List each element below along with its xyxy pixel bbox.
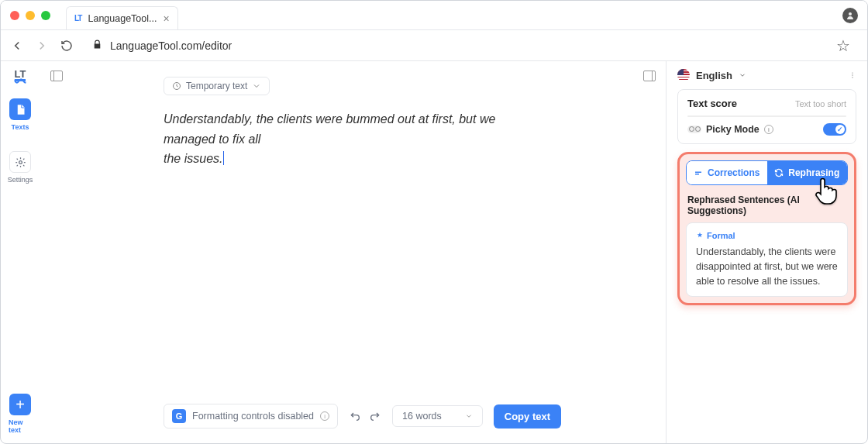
window-controls (10, 11, 50, 20)
app-logo[interactable]: LT (15, 69, 26, 81)
picky-mode-icon (687, 126, 701, 133)
toggle-left-panel-icon[interactable] (50, 71, 63, 81)
panel-tab-switch: Corrections Rephrasing (686, 160, 848, 185)
right-panel: English Text score Text too short Picky … (666, 61, 867, 444)
copy-text-button[interactable]: Copy text (494, 404, 561, 429)
editor-bottom-bar: G Formatting controls disabled i 16 word… (164, 398, 635, 444)
editor-line: the issues. (164, 152, 222, 165)
forward-button[interactable] (35, 39, 49, 53)
language-selector[interactable]: English (677, 69, 856, 81)
suggestion-card[interactable]: Formal Understandably, the clients were … (686, 222, 848, 297)
picky-mode-label: Picky Mode (706, 124, 760, 135)
profile-avatar[interactable] (842, 8, 858, 23)
score-note: Text too short (795, 99, 846, 108)
svg-point-1 (19, 160, 22, 163)
editor-textarea[interactable]: Understandably, the clients were bummed … (164, 109, 536, 169)
tab-corrections[interactable]: Corrections (687, 161, 767, 184)
word-count: 16 words (402, 411, 442, 422)
info-icon: i (320, 411, 329, 421)
grammarly-badge-icon: G (172, 409, 186, 423)
maximize-window-button[interactable] (41, 11, 50, 20)
svg-rect-6 (695, 172, 701, 174)
browser-tab[interactable]: LT LanguageTool... × (66, 6, 178, 29)
sidebar-item-label: Texts (12, 123, 29, 131)
text-score-card: Text score Text too short Picky Mode i ✓ (677, 89, 856, 144)
app-main: LT Texts Settings + New text Temporary t… (1, 61, 867, 444)
document-icon (15, 104, 26, 115)
toggle-right-panel-icon[interactable] (643, 71, 656, 81)
tab-rephrasing[interactable]: Rephrasing (767, 161, 848, 184)
bookmark-star-icon[interactable]: ☆ (836, 36, 850, 55)
suggestion-text: Understandably, the clients were disappo… (696, 245, 838, 288)
window-titlebar: LT LanguageTool... × (1, 1, 867, 30)
new-text-button[interactable]: + New text (9, 391, 32, 437)
plus-icon: + (9, 394, 31, 415)
chevron-down-icon (252, 81, 261, 91)
undo-icon[interactable] (349, 410, 361, 422)
sidebar-item-settings[interactable]: Settings (9, 148, 32, 187)
clock-icon (172, 81, 181, 91)
tab-label: Rephrasing (788, 167, 839, 178)
svg-point-0 (849, 12, 852, 15)
sidebar-item-label: New text (9, 418, 32, 434)
svg-point-4 (852, 74, 852, 75)
back-button[interactable] (10, 39, 24, 53)
document-title: Temporary text (186, 81, 247, 91)
redo-icon[interactable] (369, 410, 381, 422)
sidebar-item-texts[interactable]: Texts (9, 95, 32, 134)
undo-redo-group (349, 410, 381, 422)
picky-mode-row: Picky Mode i ✓ (687, 123, 846, 136)
word-count-chip[interactable]: 16 words (392, 405, 483, 427)
document-title-chip[interactable]: Temporary text (164, 77, 270, 95)
address-bar[interactable]: LanguageTool.com/editor ☆ (84, 35, 858, 57)
suggestions-section-title: Rephrased Sentences (AI Suggestions) (687, 194, 848, 216)
info-icon[interactable]: i (764, 125, 773, 134)
minimize-window-button[interactable] (26, 11, 35, 20)
more-menu-icon[interactable] (849, 70, 856, 81)
flag-us-icon (677, 69, 690, 81)
formatting-status-chip[interactable]: G Formatting controls disabled i (164, 404, 338, 429)
editor-line: Understandably, the clients were bummed … (164, 112, 495, 146)
formatting-status-text: Formatting controls disabled (192, 411, 314, 422)
chevron-down-icon (465, 412, 473, 420)
score-progress-bar (687, 115, 846, 117)
svg-rect-7 (695, 174, 699, 175)
sidebar-item-label: Settings (8, 176, 33, 184)
picky-mode-toggle[interactable]: ✓ (823, 123, 846, 136)
left-sidebar: LT Texts Settings + New text (1, 61, 40, 444)
formal-icon (696, 232, 704, 239)
close-window-button[interactable] (10, 11, 19, 20)
url-text: LanguageTool.com/editor (110, 40, 232, 52)
score-title: Text score (687, 98, 737, 109)
editor-area: Temporary text Understandably, the clien… (40, 61, 666, 444)
svg-point-3 (852, 72, 852, 73)
rephrasing-highlight-box: Corrections Rephrasing Rephrased Sentenc… (677, 152, 856, 305)
language-label: English (696, 70, 732, 81)
text-cursor (223, 151, 224, 165)
suggestion-tag-label: Formal (707, 231, 735, 240)
chevron-down-icon (739, 71, 746, 79)
tab-title: LanguageTool... (88, 13, 157, 24)
tab-close-icon[interactable]: × (163, 12, 169, 25)
lock-icon (92, 40, 102, 52)
corrections-icon (694, 168, 703, 177)
svg-point-5 (852, 77, 852, 77)
gear-icon (15, 157, 26, 168)
rephrasing-icon (774, 168, 784, 177)
tab-favicon: LT (74, 14, 81, 22)
browser-toolbar: LanguageTool.com/editor ☆ (1, 30, 867, 61)
suggestion-tag: Formal (696, 231, 838, 240)
tab-label: Corrections (708, 167, 760, 178)
reload-button[interactable] (60, 39, 74, 53)
